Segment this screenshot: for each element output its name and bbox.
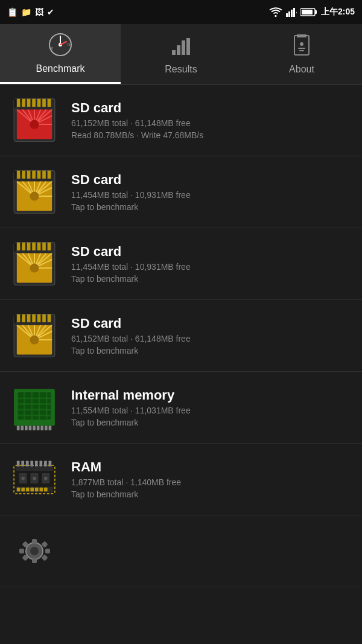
status-bar: 📋 📁 🖼 ✔ ▲ 上午2:05	[0, 0, 362, 24]
image-icon: 🖼	[35, 7, 43, 17]
svg-rect-121	[49, 426, 52, 431]
status-icons-left: 📋 📁 🖼 ✔	[7, 7, 54, 17]
benchmark-icon: 0 R	[48, 33, 72, 60]
svg-rect-112	[46, 392, 48, 419]
list-item[interactable]: SD card 61,152MB total · 61,148MB free T…	[0, 300, 362, 372]
ram-action: Tap to benchmark	[71, 489, 355, 499]
sdcard3-subtitle: 11,454MB total · 10,931MB free	[71, 262, 355, 272]
svg-rect-131	[44, 488, 48, 492]
clipboard-icon: 📋	[7, 7, 17, 17]
svg-rect-71	[48, 243, 51, 250]
sdcard4-action: Tap to benchmark	[71, 346, 355, 355]
sdcard1-title: SD card	[71, 100, 355, 116]
about-icon	[290, 33, 314, 60]
svg-rect-21	[298, 48, 305, 49]
list-item[interactable]: Internal memory 11,554MB total · 11,031M…	[0, 372, 362, 444]
sdcard4-title: SD card	[71, 316, 355, 331]
tab-about[interactable]: About	[241, 24, 362, 84]
svg-point-42	[30, 120, 39, 129]
svg-text:▲: ▲	[295, 9, 297, 14]
settings-icon	[7, 524, 62, 578]
svg-rect-2	[291, 10, 293, 17]
list-item[interactable]: SD card 11,454MB total · 10,931MB free T…	[0, 156, 362, 228]
tab-about-label: About	[289, 64, 314, 75]
tab-bar: 0 R Benchmark Results	[0, 24, 362, 84]
svg-rect-139	[17, 461, 20, 466]
svg-rect-117	[33, 426, 36, 431]
svg-point-62	[30, 192, 39, 201]
status-time: 上午2:05	[321, 7, 355, 18]
sdcard-yellow-icon	[7, 165, 62, 219]
list-item[interactable]: SD card 11,454MB total · 10,931MB free T…	[0, 228, 362, 300]
svg-rect-28	[32, 99, 36, 107]
svg-point-138	[44, 477, 48, 480]
svg-rect-87	[27, 314, 31, 322]
svg-rect-19	[297, 34, 306, 37]
svg-rect-16	[182, 40, 185, 55]
svg-rect-1	[288, 11, 290, 17]
sdcard2-action: Tap to benchmark	[71, 202, 355, 212]
internal-title: Internal memory	[71, 387, 355, 403]
svg-rect-110	[31, 392, 33, 419]
svg-rect-0	[286, 13, 288, 17]
tab-results[interactable]: Results	[121, 24, 241, 84]
svg-point-82	[30, 264, 39, 273]
status-icons-right: ▲ 上午2:05	[269, 7, 355, 18]
svg-rect-118	[37, 426, 40, 431]
svg-rect-48	[32, 171, 36, 179]
tab-benchmark[interactable]: 0 R Benchmark	[0, 24, 121, 84]
sdcard2-info: SD card 11,454MB total · 10,931MB free T…	[71, 172, 355, 212]
sdcard2-title: SD card	[71, 172, 355, 188]
svg-rect-143	[35, 461, 38, 466]
svg-point-148	[30, 547, 39, 555]
svg-rect-51	[48, 171, 51, 179]
svg-rect-127	[26, 488, 30, 492]
svg-rect-111	[39, 392, 40, 419]
svg-rect-124	[16, 487, 53, 492]
svg-rect-91	[48, 314, 51, 322]
svg-rect-22	[299, 50, 304, 51]
content-area: SD card 61,152MB total · 61,148MB free R…	[0, 84, 362, 644]
svg-rect-146	[49, 461, 52, 466]
sdcard-red-icon	[7, 93, 62, 147]
svg-rect-141	[26, 461, 29, 466]
svg-rect-109	[24, 392, 25, 419]
svg-rect-67	[27, 243, 31, 250]
svg-rect-49	[37, 171, 41, 179]
svg-rect-30	[42, 99, 46, 107]
sdcard1-action: Read 80.78MB/s · Write 47.68MB/s	[71, 130, 355, 140]
signal-icon: ▲	[286, 7, 297, 17]
ram-subtitle: 1,877MB total · 1,140MB free	[71, 477, 355, 487]
svg-point-20	[300, 42, 303, 46]
svg-rect-130	[39, 488, 43, 492]
sdcard1-info: SD card 61,152MB total · 61,148MB free R…	[71, 100, 355, 140]
svg-rect-119	[40, 426, 43, 431]
internal-action: Tap to benchmark	[71, 418, 355, 427]
list-item[interactable]	[0, 515, 362, 587]
sdcard3-title: SD card	[71, 244, 355, 260]
svg-rect-31	[48, 99, 51, 107]
svg-rect-27	[27, 99, 31, 107]
svg-rect-46	[22, 171, 25, 179]
svg-text:R: R	[68, 43, 71, 46]
svg-rect-68	[32, 243, 36, 250]
list-item[interactable]: SD card 61,152MB total · 61,148MB free R…	[0, 84, 362, 156]
svg-rect-45	[17, 171, 21, 179]
sdcard3-action: Tap to benchmark	[71, 274, 355, 284]
list-item[interactable]: RAM 1,877MB total · 1,140MB free Tap to …	[0, 444, 362, 515]
svg-rect-69	[37, 243, 41, 250]
svg-rect-66	[22, 243, 25, 250]
internal-memory-icon	[7, 380, 62, 435]
svg-rect-115	[25, 426, 28, 431]
svg-rect-113	[17, 426, 20, 431]
svg-rect-149	[32, 539, 37, 544]
check-icon: ✔	[47, 7, 54, 17]
svg-rect-125	[17, 488, 21, 492]
svg-rect-15	[177, 45, 180, 55]
svg-rect-6	[315, 10, 317, 14]
sdcard-yellow-icon-2	[7, 237, 62, 291]
sdcard-yellow-icon-3	[7, 308, 62, 363]
svg-rect-150	[32, 558, 37, 563]
svg-text:0: 0	[51, 46, 54, 50]
svg-rect-140	[21, 461, 24, 466]
